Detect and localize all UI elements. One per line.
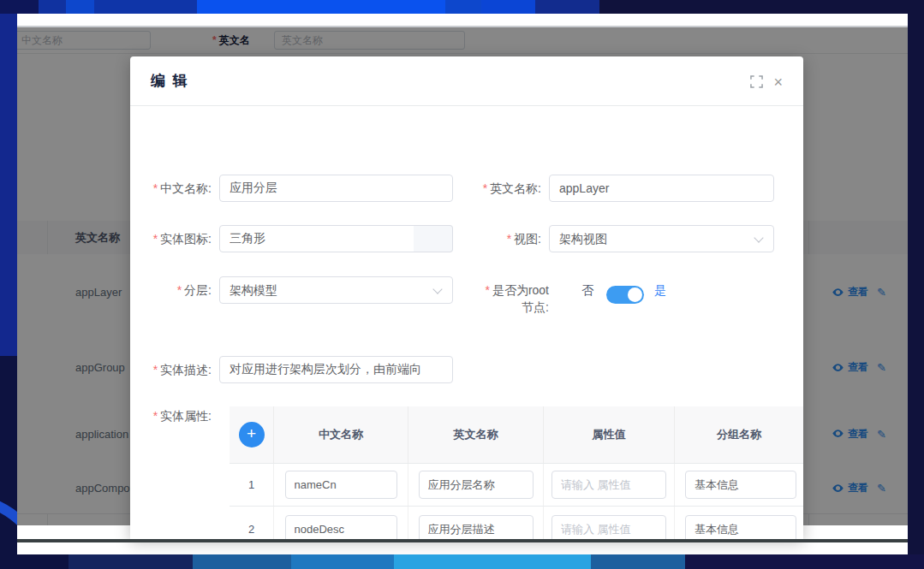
cn-name-label: *中文名称: (134, 175, 212, 202)
toggle-off-text: 否 (581, 276, 593, 304)
attr-col-en-name: 英文名称 (408, 406, 544, 463)
attr-en-input[interactable] (419, 471, 534, 499)
modal-title: 编 辑 (151, 56, 189, 105)
attr-row: 1 (230, 464, 803, 507)
add-attribute-button[interactable]: + (239, 422, 265, 447)
attr-row: 2 (230, 507, 803, 539)
edit-modal: 编 辑 × *中文名称: *英文名称: *实体图标: (130, 56, 803, 539)
window-bottom-edge (17, 539, 908, 542)
entity-icon-picker-button[interactable] (414, 225, 453, 252)
attr-cn-input[interactable] (285, 515, 397, 539)
window-titlebar (17, 14, 908, 27)
attr-table-header: + 中文名称 英文名称 属性值 分组名称 (230, 406, 803, 464)
desktop-canvas: *英文名 英文名称 appLayer 查看 ✎ appGroup (0, 0, 924, 569)
desktop-left-edge (0, 14, 17, 554)
entity-desc-input[interactable] (219, 356, 453, 383)
attr-cn-input[interactable] (285, 471, 397, 499)
desktop-bottom-band (0, 554, 924, 569)
en-name-input[interactable] (549, 175, 774, 202)
layer-select-value: 架构模型 (230, 283, 277, 297)
attr-col-group: 分组名称 (675, 406, 803, 463)
entity-icon-label: *实体图标: (134, 225, 212, 252)
modal-header: 编 辑 × (130, 56, 803, 106)
view-label: *视图: (463, 225, 541, 252)
attr-en-input[interactable] (419, 515, 534, 539)
toggle-knob (628, 287, 642, 302)
desktop-top-band (0, 0, 924, 14)
attr-value-input[interactable] (551, 515, 666, 539)
cn-name-input[interactable] (219, 175, 453, 202)
view-select-value: 架构视图 (559, 232, 607, 246)
entity-icon-input[interactable] (219, 225, 414, 252)
attr-group-input[interactable] (685, 515, 796, 539)
chevron-down-icon (754, 233, 763, 242)
toggle-on-text: 是 (654, 276, 666, 304)
layer-label: *分层: (134, 276, 212, 304)
entity-attrs-label: *实体属性: (134, 407, 212, 424)
fullscreen-icon[interactable] (750, 75, 763, 88)
entity-desc-label: *实体描述: (134, 356, 212, 383)
row-index: 2 (248, 523, 254, 536)
is-root-toggle[interactable] (606, 286, 644, 304)
chevron-down-icon (432, 284, 442, 293)
layer-select[interactable]: 架构模型 (219, 276, 453, 304)
modal-body: *中文名称: *英文名称: *实体图标: *视图: 架构视图 *分层: (130, 106, 803, 539)
attr-group-input[interactable] (685, 471, 796, 499)
en-name-label: *英文名称: (463, 175, 541, 202)
attr-value-input[interactable] (551, 471, 666, 499)
attr-col-cn-name: 中文名称 (274, 406, 408, 463)
close-icon[interactable]: × (773, 76, 783, 88)
entity-attrs-table: + 中文名称 英文名称 属性值 分组名称 1 2 (230, 406, 803, 539)
attr-col-value: 属性值 (544, 406, 675, 463)
row-index: 1 (248, 478, 254, 491)
view-select[interactable]: 架构视图 (549, 225, 774, 252)
is-root-label: *是否为root节点: (480, 276, 549, 316)
desktop-right-edge (908, 0, 924, 569)
